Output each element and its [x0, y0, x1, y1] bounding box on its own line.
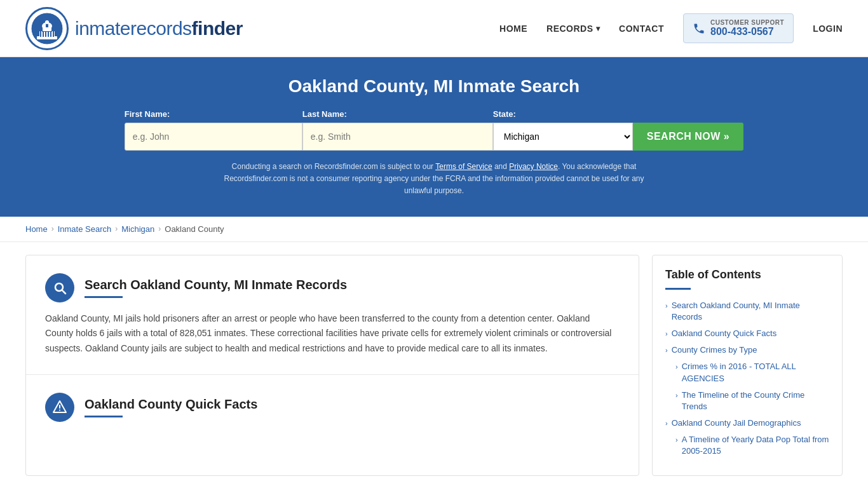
- section-inmate-records-underline: [85, 296, 123, 298]
- main-content: Search Oakland County, MI Inmate Records…: [0, 242, 868, 488]
- toc-label-5: Oakland County Jail Demographics: [672, 417, 801, 429]
- breadcrumb-sep-1: ›: [51, 224, 54, 233]
- phone-icon: [693, 22, 705, 35]
- toc-label-2: County Crimes by Type: [672, 344, 757, 356]
- toc-item-3: › Crimes % in 2016 - TOTAL ALL AGENCIES: [665, 361, 829, 384]
- section-quick-facts-underline: [85, 416, 123, 417]
- search-button[interactable]: SEARCH NOW »: [633, 123, 743, 151]
- alert-icon-circle: [45, 393, 74, 422]
- first-name-label: First Name:: [125, 109, 170, 119]
- breadcrumb-inmate-search[interactable]: Inmate Search: [58, 224, 112, 234]
- section-quick-facts: Oakland County Quick Facts: [26, 375, 639, 449]
- toc-chevron-2: ›: [665, 346, 668, 355]
- last-name-label: Last Name:: [302, 109, 347, 119]
- toc-link-4[interactable]: › The Timeline of the County Crime Trend…: [675, 390, 829, 412]
- toc-item-0: › Search Oakland County, MI Inmate Recor…: [665, 300, 829, 323]
- toc-link-5[interactable]: › Oakland County Jail Demographics: [665, 417, 829, 429]
- section-inmate-records-header: Search Oakland County, MI Inmate Records: [45, 273, 620, 302]
- logo-icon: [25, 7, 69, 50]
- toc-link-1[interactable]: › Oakland County Quick Facts: [665, 328, 829, 339]
- last-name-input[interactable]: [302, 123, 493, 151]
- toc-item-2: › County Crimes by Type: [665, 344, 829, 356]
- toc-chevron-1: ›: [665, 329, 668, 339]
- section-quick-facts-title: Oakland County Quick Facts: [85, 397, 257, 412]
- section-inmate-records-title: Search Oakland County, MI Inmate Records: [85, 278, 347, 292]
- logo-text: inmaterecordsfinder: [75, 18, 243, 39]
- toc-item-6: › A Timeline of Yearly Data Pop Total fr…: [665, 434, 829, 457]
- toc-item-5: › Oakland County Jail Demographics: [665, 417, 829, 429]
- svg-point-15: [59, 409, 60, 410]
- support-label: CUSTOMER SUPPORT: [710, 19, 784, 26]
- nav-login[interactable]: LOGIN: [813, 24, 843, 34]
- state-group: State: Michigan Alabama Alaska Californi…: [493, 109, 633, 151]
- support-number: 800-433-0567: [710, 26, 774, 37]
- section-quick-facts-title-block: Oakland County Quick Facts: [85, 397, 257, 417]
- toc-label-3: Crimes % in 2016 - TOTAL ALL AGENCIES: [682, 361, 829, 384]
- toc-divider: [665, 288, 691, 290]
- nav-contact[interactable]: CONTACT: [619, 24, 664, 34]
- first-name-input[interactable]: [125, 123, 302, 151]
- toc-chevron-0: ›: [665, 301, 668, 311]
- search-banner: Oakland County, MI Inmate Search First N…: [0, 57, 868, 217]
- section-inmate-records-body: Oakland County, MI jails hold prisoners …: [45, 311, 620, 356]
- nav-records[interactable]: RECORDS: [546, 24, 600, 34]
- breadcrumb: Home › Inmate Search › Michigan › Oaklan…: [0, 217, 868, 242]
- state-select[interactable]: Michigan Alabama Alaska California Flori…: [493, 123, 633, 151]
- first-name-group: First Name:: [125, 109, 302, 151]
- logo-area: inmaterecordsfinder: [25, 7, 243, 50]
- toc-link-0[interactable]: › Search Oakland County, MI Inmate Recor…: [665, 300, 829, 323]
- svg-rect-10: [45, 31, 46, 37]
- toc-chevron-3: ›: [675, 362, 678, 372]
- toc-item-1: › Oakland County Quick Facts: [665, 328, 829, 339]
- tos-link[interactable]: Terms of Service: [435, 162, 492, 171]
- svg-point-7: [45, 20, 49, 24]
- svg-rect-12: [50, 31, 51, 37]
- svg-rect-9: [43, 31, 44, 37]
- breadcrumb-current: Oakland County: [165, 224, 224, 234]
- toc-chevron-6: ›: [675, 435, 678, 445]
- search-icon: [52, 280, 67, 295]
- privacy-link[interactable]: Privacy Notice: [509, 162, 558, 171]
- toc-item-4: › The Timeline of the County Crime Trend…: [665, 390, 829, 412]
- content-left: Search Oakland County, MI Inmate Records…: [25, 255, 639, 476]
- site-header: inmaterecordsfinder HOME RECORDS CONTACT…: [0, 0, 868, 57]
- toc-chevron-5: ›: [665, 419, 668, 428]
- toc-link-2[interactable]: › County Crimes by Type: [665, 344, 829, 356]
- toc-title: Table of Contents: [665, 268, 829, 281]
- section-inmate-title-block: Search Oakland County, MI Inmate Records: [85, 278, 347, 298]
- customer-support-box: CUSTOMER SUPPORT 800-433-0567: [683, 13, 794, 43]
- nav-home[interactable]: HOME: [499, 24, 527, 34]
- search-disclaimer: Conducting a search on Recordsfinder.com…: [212, 161, 656, 198]
- breadcrumb-michigan[interactable]: Michigan: [121, 224, 154, 234]
- toc-link-6[interactable]: › A Timeline of Yearly Data Pop Total fr…: [675, 434, 829, 457]
- toc-box: Table of Contents › Search Oakland Count…: [652, 255, 843, 476]
- toc-label-0: Search Oakland County, MI Inmate Records: [672, 300, 829, 323]
- breadcrumb-home[interactable]: Home: [25, 224, 48, 234]
- toc-link-3[interactable]: › Crimes % in 2016 - TOTAL ALL AGENCIES: [675, 361, 829, 384]
- section-quick-facts-header: Oakland County Quick Facts: [45, 393, 620, 422]
- svg-rect-11: [48, 31, 49, 37]
- logo-normal-text: inmaterecords: [75, 18, 192, 39]
- alert-icon: [52, 400, 67, 415]
- breadcrumb-sep-3: ›: [158, 224, 161, 233]
- toc-label-4: The Timeline of the County Crime Trends: [682, 390, 829, 412]
- support-text: CUSTOMER SUPPORT 800-433-0567: [710, 19, 784, 37]
- main-nav: HOME RECORDS CONTACT CUSTOMER SUPPORT 80…: [499, 13, 843, 43]
- toc-label-6: A Timeline of Yearly Data Pop Total from…: [682, 434, 829, 457]
- toc-list: › Search Oakland County, MI Inmate Recor…: [665, 300, 829, 458]
- svg-rect-13: [53, 31, 54, 37]
- state-label: State:: [493, 109, 516, 119]
- last-name-group: Last Name:: [302, 109, 493, 151]
- svg-rect-8: [40, 31, 41, 37]
- search-form: First Name: Last Name: State: Michigan A…: [25, 109, 843, 151]
- logo-bold-text: finder: [192, 18, 243, 39]
- breadcrumb-sep-2: ›: [115, 224, 118, 233]
- section-inmate-records: Search Oakland County, MI Inmate Records…: [26, 255, 639, 375]
- svg-rect-2: [39, 31, 55, 37]
- search-banner-title: Oakland County, MI Inmate Search: [25, 76, 843, 97]
- toc-label-1: Oakland County Quick Facts: [672, 328, 776, 339]
- content-right: Table of Contents › Search Oakland Count…: [652, 255, 843, 476]
- search-icon-circle: [45, 273, 74, 302]
- toc-chevron-4: ›: [675, 391, 678, 400]
